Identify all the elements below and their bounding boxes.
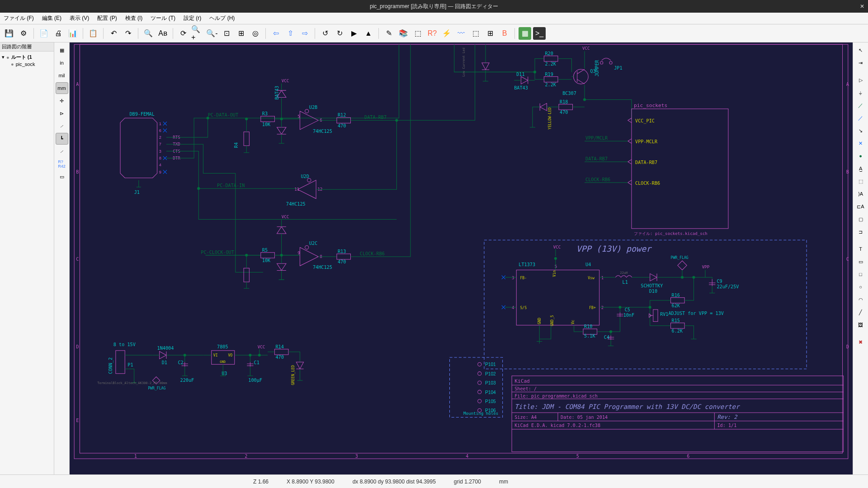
browse-symbol-icon[interactable]: 📚 [397,27,410,40]
menu-place[interactable]: 配置 (P) [97,14,117,22]
symbol-editor-icon[interactable]: ✎ [382,27,395,40]
paste-icon[interactable]: 📋 [87,27,99,40]
menu-settings[interactable]: 設定 (r) [184,14,201,22]
add-label-icon[interactable]: A̲ [854,163,867,174]
svg-text:3: 3 [355,454,358,459]
nav-back-icon[interactable]: ⇦ [269,27,282,40]
find-icon[interactable]: 🔍 [142,27,155,40]
assign-footprint-icon[interactable]: ⬚ [469,27,482,40]
mirror-v-icon[interactable]: ▲ [362,27,375,40]
add-junction-icon[interactable]: ● [854,150,867,162]
highlight-net-icon[interactable]: ⇥ [854,57,867,69]
menu-file[interactable]: ファイル (F) [4,14,34,22]
svg-text:6: 6 [159,128,161,133]
add-noconnect-icon[interactable]: ✕ [854,137,867,149]
svg-text:C1: C1 [254,360,259,365]
add-netclass-icon[interactable]: ⬚ [854,175,867,187]
svg-text:10nF: 10nF [623,313,635,318]
svg-text:D1: D1 [162,360,167,365]
cursor-full-icon[interactable]: ✛ [56,95,68,107]
menu-help[interactable]: ヘルプ (H) [209,14,235,22]
tree-root[interactable]: ▾ ● ルート (1 [2,53,52,61]
menu-inspect[interactable]: 検査 (I) [125,14,143,22]
add-wire-entry-icon[interactable]: ↘ [854,125,867,136]
redo-icon[interactable]: ↷ [122,27,134,40]
zoom-out-icon[interactable]: 🔍- [206,27,218,40]
rotate-ccw-icon[interactable]: ↺ [319,27,331,40]
fields-icon[interactable]: ▭ [56,171,68,183]
replace-icon[interactable]: Aʙ [156,27,169,40]
menubar: ファイル (F) 編集 (E) 表示 (V) 配置 (P) 検査 (I) ツール… [0,13,868,24]
add-image-icon[interactable]: 🖼 [854,319,867,331]
rotate-cw-icon[interactable]: ↻ [333,27,346,40]
mirror-h-icon[interactable]: ▶ [348,27,360,40]
add-arc-icon[interactable]: ◠ [854,294,867,305]
svg-text:B: B [76,169,79,174]
unit-mil-icon[interactable]: mil [56,70,68,81]
refresh-icon[interactable]: ⟳ [177,27,189,40]
svg-text:470: 470 [560,110,568,115]
save-icon[interactable]: 💾 [3,27,15,40]
plot-icon[interactable]: 📊 [66,27,79,40]
zoom-fit-icon[interactable]: ⊡ [220,27,233,40]
svg-text:8 to 15V: 8 to 15V [113,342,136,347]
svg-point-144 [649,306,651,309]
menu-view[interactable]: 表示 (V) [70,14,89,22]
edit-fields-icon[interactable]: ⊞ [484,27,496,40]
ref-icon[interactable]: R?R42 [56,158,68,170]
erc-icon[interactable]: ⚡ [440,27,453,40]
undo-icon[interactable]: ↶ [107,27,120,40]
zoom-object-icon[interactable]: ◎ [249,27,262,40]
schematic-canvas[interactable]: A B C D E A B C D 1 2 3 4 5 6 DB9-FEMAL … [70,42,853,474]
add-wire-icon[interactable]: ／ [854,99,867,111]
select-icon[interactable]: ↖ [854,44,867,56]
add-line-icon[interactable]: ╱ [854,306,867,318]
add-symbol-icon[interactable]: ▷ [854,74,867,86]
delete-icon[interactable]: ✖ [854,336,867,348]
svg-rect-157 [116,351,125,374]
print-icon[interactable]: 🖨 [52,27,65,40]
zoom-selection-icon[interactable]: ⊞ [235,27,247,40]
simulator-icon[interactable]: 〰 [455,27,467,40]
grid-icon[interactable]: ▦ [56,44,68,56]
add-sheet-icon[interactable]: ▢ [854,213,867,225]
nav-up-icon[interactable]: ⇧ [284,27,297,40]
zoom-in-icon[interactable]: 🔍+ [191,27,204,40]
90deg-icon[interactable]: ┗ [56,133,68,145]
svg-text:Vin: Vin [552,270,557,277]
add-circle-icon[interactable]: ○ [854,281,867,293]
menu-edit[interactable]: 編集 (E) [42,14,61,22]
page-settings-icon[interactable]: 📄 [38,27,50,40]
menu-tools[interactable]: ツール (T) [151,14,175,22]
pcb-icon[interactable]: ▦ [519,27,531,40]
tree-child[interactable]: ● pic_sock [2,61,52,67]
svg-text:10K: 10K [262,258,271,263]
svg-text:74HC125: 74HC125 [313,265,332,270]
footprint-icon[interactable]: ⬚ [411,27,424,40]
bom-icon[interactable]: B [498,27,511,40]
add-text-icon[interactable]: T [854,243,867,255]
svg-text:1N4004: 1N4004 [157,346,174,351]
close-icon[interactable]: ✕ [860,3,864,9]
svg-text:KiCad: KiCad [514,378,530,384]
add-textbox-icon[interactable]: ▭ [854,256,867,267]
svg-point-51 [307,178,311,182]
free-angle-icon[interactable]: ⟋ [56,120,68,132]
add-hier-label-icon[interactable]: ⊏A [854,201,867,212]
svg-point-186 [478,372,481,375]
unit-in-icon[interactable]: in [56,57,68,69]
45deg-icon[interactable]: ⟋ [56,145,68,157]
schematic-setup-icon[interactable]: ⚙ [17,27,30,40]
console-icon[interactable]: >_ [533,27,546,40]
add-global-label-icon[interactable]: ⟩A [854,188,867,200]
svg-text:BC307: BC307 [562,91,576,96]
add-rect-icon[interactable]: □ [854,268,867,280]
unit-mm-icon[interactable]: mm [56,82,68,94]
add-power-icon[interactable]: ⏚ [854,87,867,99]
hidden-pins-icon[interactable]: ⊳ [56,108,68,119]
add-bus-icon[interactable]: ／ [854,112,867,124]
annotate-icon[interactable]: R? [426,27,439,40]
svg-text:Vsw: Vsw [588,276,594,280]
nav-forward-icon[interactable]: ⇨ [298,27,311,40]
import-sheet-pin-icon[interactable]: ⊐ [854,226,867,238]
